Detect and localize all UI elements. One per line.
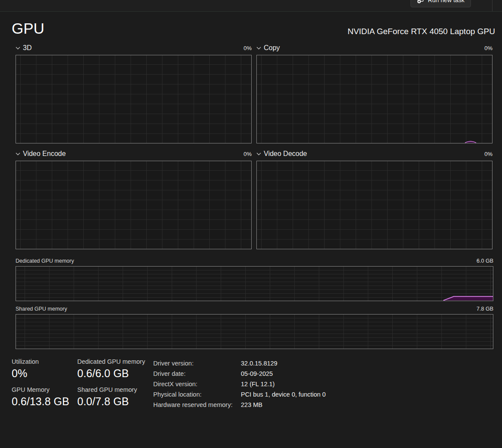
driver-details: Driver version: 32.0.15.8129 Driver date… — [153, 358, 326, 410]
shared-memory-stat-value: 0.0/7.8 GB — [77, 395, 129, 408]
chevron-down-icon[interactable] — [256, 47, 261, 50]
hardware-reserved-memory-label: Hardware reserved memory: — [153, 400, 241, 410]
dedicated-memory-label: Dedicated GPU memory — [16, 258, 74, 264]
dedicated-memory-stat-label: Dedicated GPU memory — [77, 358, 145, 365]
chart-header-3d: 3D 0% — [16, 44, 252, 52]
chevron-down-icon[interactable] — [256, 153, 261, 156]
chart-label-copy: Copy — [264, 44, 280, 52]
page-title: GPU — [12, 20, 44, 37]
gpu-memory-stat-label: GPU Memory — [12, 386, 50, 393]
chevron-down-icon[interactable] — [16, 47, 20, 50]
driver-date-label: Driver date: — [153, 369, 241, 379]
physical-location-value: PCI bus 1, device 0, function 0 — [241, 389, 326, 400]
gpu-memory-stat-value: 0.6/13.8 GB — [12, 395, 69, 408]
run-new-task-button[interactable]: Run new task — [410, 0, 471, 7]
task-manager-gpu-page: Run new task GPU NVIDIA GeForce RTX 4050… — [0, 0, 502, 448]
chart-header-video-decode: Video Decode 0% — [256, 149, 493, 158]
chart-utilization-video-decode: 0% — [484, 151, 493, 157]
chart-utilization-3d: 0% — [243, 45, 252, 51]
chart-shared-memory[interactable] — [16, 314, 493, 349]
chart-copy[interactable] — [256, 55, 493, 143]
chart-dedicated-memory[interactable] — [16, 266, 493, 301]
shared-memory-stat-label: Shared GPU memory — [77, 386, 137, 393]
chart-header-video-encode: Video Encode 0% — [16, 149, 252, 158]
driver-date-value: 05-09-2025 — [241, 369, 326, 379]
chevron-down-icon[interactable] — [16, 153, 20, 156]
chart-video-decode[interactable] — [256, 161, 493, 249]
toolbar-divider — [492, 0, 493, 12]
gpu-name: NVIDIA GeForce RTX 4050 Laptop GPU — [347, 27, 495, 36]
chart-utilization-video-encode: 0% — [243, 151, 252, 157]
dedicated-memory-scale: 6.0 GB — [477, 258, 493, 264]
driver-version-value: 32.0.15.8129 — [241, 358, 326, 369]
driver-version-label: Driver version: — [153, 358, 241, 369]
toolbar: Run new task — [0, 0, 502, 12]
shared-memory-scale: 7.8 GB — [477, 306, 493, 312]
chart-video-encode[interactable] — [16, 161, 252, 249]
chart-label-3d: 3D — [23, 44, 32, 52]
run-new-task-label: Run new task — [428, 0, 464, 3]
dedicated-memory-header: Dedicated GPU memory 6.0 GB — [16, 257, 493, 264]
directx-version-value: 12 (FL 12.1) — [241, 379, 326, 389]
directx-version-label: DirectX version: — [153, 379, 241, 389]
chart-label-video-encode: Video Encode — [23, 150, 66, 158]
physical-location-label: Physical location: — [153, 389, 241, 400]
chart-header-copy: Copy 0% — [256, 44, 493, 52]
run-new-task-icon — [417, 0, 424, 3]
chart-utilization-copy: 0% — [484, 45, 493, 51]
utilization-stat-value: 0% — [12, 367, 27, 380]
chart-label-video-decode: Video Decode — [264, 150, 307, 158]
shared-memory-label: Shared GPU memory — [16, 306, 67, 312]
utilization-stat-label: Utilization — [12, 358, 39, 365]
hardware-reserved-memory-value: 223 MB — [241, 400, 326, 410]
chart-3d[interactable] — [16, 55, 252, 143]
shared-memory-header: Shared GPU memory 7.8 GB — [16, 305, 493, 312]
dedicated-memory-stat-value: 0.6/6.0 GB — [77, 367, 129, 380]
